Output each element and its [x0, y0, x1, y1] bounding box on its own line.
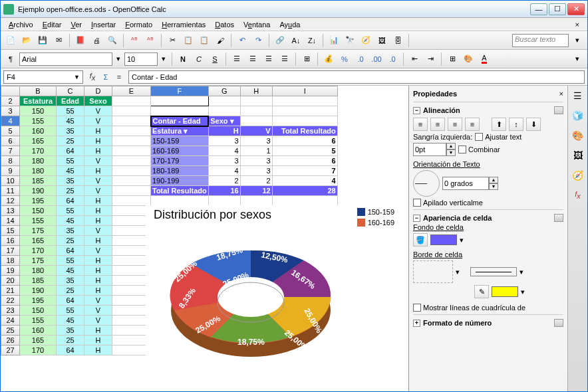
new-icon[interactable]: 📄 — [3, 33, 18, 48]
menu-editar[interactable]: Editar — [39, 19, 66, 30]
line-dd-icon[interactable]: ▾ — [519, 268, 523, 276]
gallery-icon[interactable]: 🖼 — [374, 33, 389, 48]
colhead-C[interactable]: C — [57, 86, 84, 96]
ajustar-checkbox[interactable] — [475, 133, 483, 141]
preview-icon[interactable]: 🔍 — [105, 33, 120, 48]
percent-icon[interactable]: % — [337, 52, 352, 66]
colhead-E[interactable]: E — [112, 86, 151, 96]
redo-icon[interactable]: ↷ — [251, 33, 265, 48]
linecolor-icon[interactable]: ✎ — [474, 285, 489, 298]
sort-asc-icon[interactable]: A↓ — [289, 33, 303, 48]
menu-datos[interactable]: Datos — [211, 19, 238, 30]
merge-icon[interactable]: ⊞ — [299, 52, 314, 66]
colhead-H[interactable]: H — [240, 86, 272, 96]
equals-icon[interactable]: = — [112, 73, 126, 81]
section-more-icon2[interactable] — [554, 214, 563, 222]
corner-cell[interactable] — [1, 86, 20, 96]
halign-left-icon[interactable]: ≡ — [413, 118, 428, 131]
fx-icon[interactable]: fx — [86, 72, 99, 82]
bgcolor-dropdown-icon[interactable]: ▾ — [460, 236, 464, 245]
menu-ayuda[interactable]: Ayuda — [275, 19, 304, 30]
halign-right-icon[interactable]: ≡ — [448, 118, 462, 131]
colhead-B[interactable]: B — [20, 86, 57, 96]
border-preview[interactable] — [413, 260, 453, 283]
sum-icon[interactable]: Σ — [99, 73, 112, 81]
chart-icon[interactable]: 📊 — [327, 33, 341, 48]
colhead-F[interactable]: F — [151, 86, 209, 96]
line-style[interactable] — [470, 267, 517, 276]
menu-herramientas[interactable]: Herramientas — [158, 19, 210, 30]
bgcolor-swatch[interactable] — [430, 235, 457, 245]
link-icon[interactable]: 🔗 — [273, 33, 287, 48]
border-dd-icon[interactable]: ▾ — [456, 268, 460, 276]
navigator-icon[interactable]: 🧭 — [359, 33, 373, 48]
combinar-checkbox[interactable] — [458, 146, 466, 153]
search-input[interactable]: Buscar texto — [512, 34, 569, 47]
pdf-icon[interactable]: 📕 — [73, 33, 88, 48]
name-box[interactable]: F4▼ — [3, 70, 83, 84]
menu-archivo[interactable]: Archivo — [5, 19, 37, 30]
autospell-icon[interactable]: ᴬᴮ — [143, 33, 158, 48]
size-dropdown-icon[interactable]: ▾ — [159, 52, 168, 66]
save-icon[interactable]: 💾 — [35, 33, 50, 48]
open-icon[interactable]: 📂 — [19, 33, 34, 48]
cut-icon[interactable]: ✂ — [165, 33, 180, 48]
sidebar-navigator-icon[interactable]: 🧭 — [571, 168, 585, 183]
gridlines-checkbox[interactable] — [413, 304, 421, 312]
sangria-spinner[interactable]: ▲▼ — [413, 143, 456, 156]
underline-icon[interactable]: S — [208, 52, 222, 66]
valign-top-icon[interactable]: ⬆ — [492, 118, 506, 131]
panel-close-icon[interactable]: × — [559, 90, 563, 98]
add-decimal-icon[interactable]: .00 — [369, 52, 384, 66]
remove-decimal-icon[interactable]: .0 — [385, 52, 400, 66]
sidebar-gallery-icon[interactable]: 🖼 — [571, 148, 585, 163]
linecolor-dd-icon[interactable]: ▾ — [521, 288, 525, 296]
menu-ventana[interactable]: Ventana — [239, 19, 274, 30]
align-center-icon[interactable]: ☰ — [245, 52, 260, 66]
section-formato-num[interactable]: +Formato de número — [413, 318, 563, 328]
halign-justify-icon[interactable]: ≡ — [465, 118, 480, 131]
number-icon[interactable]: .0 — [353, 52, 368, 66]
halign-center-icon[interactable]: ≡ — [430, 118, 445, 131]
close-doc-button[interactable]: × — [571, 21, 583, 29]
currency-icon[interactable]: 💰 — [321, 52, 336, 66]
minimize-button[interactable]: — — [530, 3, 547, 15]
grados-spinner[interactable]: ▲▼ — [442, 177, 498, 190]
formula-input[interactable] — [128, 70, 585, 84]
colhead-I[interactable]: I — [272, 86, 337, 96]
namebox-dropdown-icon[interactable]: ▼ — [74, 74, 80, 80]
apilado-checkbox[interactable] — [413, 199, 421, 207]
sort-desc-icon[interactable]: Z↓ — [305, 33, 319, 48]
email-icon[interactable]: ✉ — [51, 33, 66, 48]
orientation-dial[interactable] — [413, 170, 440, 197]
binoculars-icon[interactable]: 🔭 — [343, 33, 357, 48]
section-more-icon3[interactable] — [554, 319, 563, 327]
borders-icon[interactable]: ⊞ — [445, 52, 460, 66]
sidebar-functions-icon[interactable]: fx — [571, 188, 585, 203]
sidebar-props-icon[interactable]: 🧊 — [571, 108, 585, 123]
undo-icon[interactable]: ↶ — [235, 33, 249, 48]
close-button[interactable]: ✕ — [567, 3, 585, 15]
spellcheck-icon[interactable]: ᴬᴮ — [127, 33, 142, 48]
bold-icon[interactable]: N — [176, 52, 190, 66]
valign-bot-icon[interactable]: ⬇ — [526, 118, 541, 131]
colhead-D[interactable]: D — [84, 86, 112, 96]
toolbar2-dropdown-icon[interactable]: ▾ — [570, 52, 585, 66]
increase-indent-icon[interactable]: ⇥ — [423, 52, 438, 66]
font-size-input[interactable] — [124, 52, 158, 66]
align-justify-icon[interactable]: ☰ — [277, 52, 292, 66]
section-alineacion[interactable]: −Alineación — [413, 105, 563, 116]
styles-icon[interactable]: ¶ — [3, 52, 18, 66]
sidebar-settings-icon[interactable]: ☰ — [571, 88, 585, 103]
valign-mid-icon[interactable]: ↕ — [509, 118, 523, 131]
fill-icon[interactable]: 🪣 — [413, 233, 428, 246]
menu-insertar[interactable]: Insertar — [87, 19, 120, 30]
decrease-indent-icon[interactable]: ⇤ — [407, 52, 422, 66]
maximize-button[interactable]: ☐ — [549, 3, 566, 15]
fontcolor-icon[interactable]: A — [477, 52, 492, 66]
print-icon[interactable]: 🖨 — [89, 33, 104, 48]
align-right-icon[interactable]: ☰ — [261, 52, 276, 66]
paste-icon[interactable]: 📋 — [197, 33, 212, 48]
brush-icon[interactable]: 🖌 — [213, 33, 227, 48]
copy-icon[interactable]: 📋 — [181, 33, 196, 48]
